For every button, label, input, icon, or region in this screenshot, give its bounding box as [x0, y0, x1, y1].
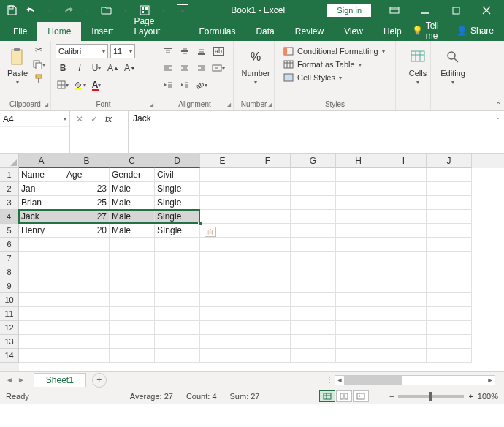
- zoom-in-button[interactable]: +: [468, 392, 473, 401]
- expand-formula-bar-icon[interactable]: ⌄: [495, 113, 501, 121]
- wrap-text-button[interactable]: ab: [211, 44, 226, 58]
- cell[interactable]: Name: [19, 168, 64, 182]
- row-headers[interactable]: 1 2 3 4 5 6 7 8 9 10 11 12 13 14: [0, 168, 19, 371]
- font-size-combo[interactable]: 11▾: [110, 44, 135, 58]
- fill-handle[interactable]: [198, 222, 202, 226]
- align-middle-button[interactable]: [177, 44, 192, 58]
- scroll-left-icon[interactable]: ◄: [335, 377, 344, 384]
- cancel-formula-icon[interactable]: ✕: [76, 114, 83, 124]
- maximize-icon[interactable]: [441, 0, 470, 20]
- redo-icon[interactable]: [63, 4, 75, 16]
- col-header[interactable]: D: [155, 154, 200, 168]
- row-header[interactable]: 11: [0, 307, 19, 321]
- italic-button[interactable]: I: [72, 61, 87, 75]
- scroll-right-icon[interactable]: ►: [486, 377, 495, 384]
- editing-button[interactable]: Editing ▾: [435, 44, 470, 97]
- formula-input[interactable]: Jack ⌄: [129, 111, 504, 153]
- cell[interactable]: Henry: [19, 224, 64, 238]
- sheet-prev-icon[interactable]: ◄: [6, 376, 13, 384]
- col-header[interactable]: B: [64, 154, 110, 168]
- row-header[interactable]: 6: [0, 238, 19, 252]
- align-right-button[interactable]: [194, 61, 209, 75]
- cells-button[interactable]: Cells ▾: [400, 44, 435, 97]
- align-center-button[interactable]: [177, 61, 192, 75]
- format-painter-button[interactable]: [31, 72, 46, 85]
- cells-area[interactable]: NameAgeGenderCivil Status Jan23MaleSingl…: [19, 168, 504, 371]
- decrease-indent-button[interactable]: [161, 78, 175, 92]
- tab-data[interactable]: Data: [245, 22, 284, 41]
- cell[interactable]: Jan: [19, 182, 64, 196]
- page-break-view-button[interactable]: [353, 390, 369, 402]
- cell[interactable]: Single: [155, 196, 200, 210]
- cut-button[interactable]: ✂: [31, 44, 46, 56]
- cell-styles-button[interactable]: Cell Styles▾: [282, 72, 388, 83]
- conditional-formatting-button[interactable]: Conditional Formatting▾: [282, 45, 388, 57]
- select-all-button[interactable]: [0, 154, 19, 168]
- col-header[interactable]: G: [291, 154, 336, 168]
- save-icon[interactable]: [6, 4, 18, 16]
- paste-options-icon[interactable]: 📋: [205, 227, 216, 237]
- undo-icon[interactable]: [25, 4, 37, 16]
- cell[interactable]: Male: [110, 182, 155, 196]
- bold-button[interactable]: B: [56, 61, 70, 75]
- cell[interactable]: Single: [155, 182, 200, 196]
- sign-in-button[interactable]: Sign in: [327, 4, 371, 17]
- row-header[interactable]: 1: [0, 168, 19, 182]
- cell[interactable]: Male: [110, 224, 155, 238]
- cell[interactable]: Single: [155, 210, 200, 224]
- sheet-tab[interactable]: Sheet1: [34, 373, 86, 387]
- col-header[interactable]: F: [245, 154, 291, 168]
- tab-help[interactable]: Help: [373, 22, 412, 41]
- ribbon-display-icon[interactable]: [380, 0, 409, 20]
- cell[interactable]: Male: [110, 196, 155, 210]
- row-header[interactable]: 12: [0, 321, 19, 335]
- row-header[interactable]: 5: [0, 224, 19, 238]
- fx-icon[interactable]: fx: [105, 114, 112, 124]
- increase-font-button[interactable]: A▲: [106, 61, 121, 75]
- cell[interactable]: 20: [64, 224, 110, 238]
- row-header[interactable]: 10: [0, 293, 19, 307]
- col-header[interactable]: A: [19, 154, 64, 168]
- row-header[interactable]: 7: [0, 252, 19, 265]
- cell[interactable]: Jack: [19, 210, 64, 224]
- open-icon[interactable]: [101, 4, 112, 16]
- scroll-thumb[interactable]: [344, 376, 402, 385]
- close-icon[interactable]: [472, 0, 501, 20]
- tab-page-layout[interactable]: Page Layout: [123, 12, 188, 41]
- row-header[interactable]: 9: [0, 279, 19, 293]
- cell[interactable]: SIngle: [155, 224, 200, 238]
- font-dialog-launcher-icon[interactable]: ◢: [149, 102, 153, 108]
- tab-insert[interactable]: Insert: [81, 22, 123, 41]
- zoom-level[interactable]: 100%: [478, 392, 498, 401]
- sheet-nav[interactable]: ◄►: [0, 376, 31, 384]
- cell[interactable]: Male: [110, 210, 155, 224]
- share-button[interactable]: 👤Share: [457, 26, 494, 36]
- clipboard-dialog-launcher-icon[interactable]: ◢: [44, 102, 48, 108]
- tab-home[interactable]: Home: [37, 22, 81, 41]
- orientation-button[interactable]: ab▾: [194, 78, 209, 92]
- cell[interactable]: 25: [64, 196, 110, 210]
- zoom-out-button[interactable]: −: [389, 392, 394, 401]
- col-header[interactable]: H: [336, 154, 381, 168]
- page-layout-view-button[interactable]: [336, 390, 352, 402]
- collapse-ribbon-icon[interactable]: ⌃: [495, 101, 501, 109]
- merge-center-button[interactable]: ▾: [211, 61, 226, 75]
- row-header[interactable]: 4: [0, 210, 19, 224]
- tab-formulas[interactable]: Formulas: [188, 22, 245, 41]
- cell[interactable]: Gender: [110, 168, 155, 182]
- alignment-dialog-launcher-icon[interactable]: ◢: [226, 102, 231, 108]
- row-header[interactable]: 14: [0, 349, 19, 363]
- enter-formula-icon[interactable]: ✓: [91, 114, 98, 124]
- underline-button[interactable]: U▾: [89, 61, 104, 75]
- fill-color-button[interactable]: ▾: [72, 78, 87, 92]
- tab-file[interactable]: File: [3, 22, 37, 41]
- col-header[interactable]: C: [110, 154, 155, 168]
- tab-view[interactable]: View: [334, 22, 373, 41]
- font-color-button[interactable]: A▾: [89, 78, 104, 92]
- cell[interactable]: Civil Status: [155, 168, 200, 182]
- col-header[interactable]: J: [427, 154, 472, 168]
- worksheet-grid[interactable]: A B C D E F G H I J 1 2 3 4 5 6 7 8 9 10…: [0, 154, 504, 371]
- redo-dropdown-icon[interactable]: ▾: [82, 4, 93, 16]
- cell[interactable]: 27: [64, 210, 110, 224]
- row-header[interactable]: 8: [0, 265, 19, 279]
